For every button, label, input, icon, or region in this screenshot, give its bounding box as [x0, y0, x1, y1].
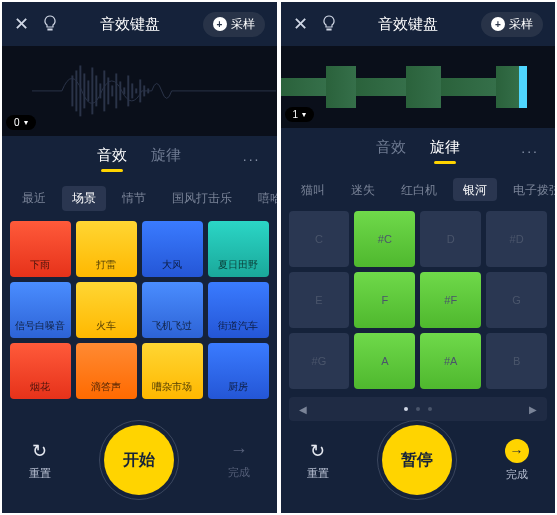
chevron-down-icon: ▾ — [302, 110, 306, 119]
reset-icon: ↻ — [32, 440, 47, 462]
pad[interactable]: 信号白噪音 — [10, 282, 71, 338]
waveform-counter[interactable]: 0 ▾ — [6, 115, 36, 130]
svg-rect-6 — [92, 68, 93, 114]
lightbulb-icon[interactable] — [322, 15, 336, 34]
tab-melody[interactable]: 旋律 — [430, 138, 460, 164]
phone-right: ✕ 音效键盘 + 采样 1 ▾ 音效 — [281, 2, 556, 513]
more-icon[interactable]: ··· — [521, 143, 539, 159]
reset-button[interactable]: ↻ 重置 — [29, 440, 51, 481]
pad-grid: 下雨打雷大风夏日田野信号白噪音火车飞机飞过街道汽车烟花滴答声嘈杂市场厨房 — [2, 221, 277, 399]
controls-bar: ↻ 重置 开始 → 完成 — [2, 421, 277, 513]
pad[interactable]: 厨房 — [208, 343, 269, 399]
done-button[interactable]: → 完成 — [228, 440, 250, 480]
pad[interactable]: B — [486, 333, 547, 389]
pad[interactable]: G — [486, 272, 547, 328]
category-item[interactable]: 情节 — [112, 186, 156, 211]
tab-sound-effect[interactable]: 音效 — [376, 138, 406, 164]
sample-button[interactable]: + 采样 — [481, 12, 543, 37]
pad[interactable]: 街道汽车 — [208, 282, 269, 338]
waveform-area[interactable]: 1 ▾ — [281, 46, 556, 128]
category-bar: 猫叫迷失红白机银河电子拨弦合成弦乐 — [281, 172, 556, 211]
pad[interactable]: 夏日田野 — [208, 221, 269, 277]
tab-bar: 音效 旋律 ··· — [2, 136, 277, 180]
pad[interactable]: 打雷 — [76, 221, 137, 277]
tab-sound-effect[interactable]: 音效 — [97, 146, 127, 172]
pause-button[interactable]: 暂停 — [382, 425, 452, 495]
svg-rect-9 — [104, 71, 105, 111]
pad[interactable]: #A — [420, 333, 481, 389]
svg-rect-1 — [72, 76, 73, 106]
tab-bar: 音效 旋律 ··· — [281, 128, 556, 172]
phone-left: ✕ 音效键盘 + 采样 — [2, 2, 277, 513]
svg-rect-18 — [140, 80, 141, 102]
waveform-counter[interactable]: 1 ▾ — [285, 107, 315, 122]
svg-rect-13 — [120, 82, 121, 100]
category-item[interactable]: 猫叫 — [291, 178, 335, 201]
close-icon[interactable]: ✕ — [14, 13, 29, 35]
svg-rect-20 — [148, 89, 149, 93]
header: ✕ 音效键盘 + 采样 — [2, 2, 277, 46]
lightbulb-icon[interactable] — [43, 15, 57, 34]
pad[interactable]: A — [354, 333, 415, 389]
svg-rect-16 — [132, 84, 133, 98]
waveform-area[interactable]: 0 ▾ — [2, 46, 277, 136]
category-item[interactable]: 迷失 — [341, 178, 385, 201]
pad[interactable]: 火车 — [76, 282, 137, 338]
pad[interactable]: D — [420, 211, 481, 267]
pad[interactable]: #G — [289, 333, 350, 389]
row-nav: ◀ ▶ — [289, 397, 548, 421]
sample-button[interactable]: + 采样 — [203, 12, 265, 37]
pad[interactable]: C — [289, 211, 350, 267]
svg-rect-12 — [116, 74, 117, 108]
close-icon[interactable]: ✕ — [293, 13, 308, 35]
category-item[interactable]: 红白机 — [391, 178, 447, 201]
pad[interactable]: 滴答声 — [76, 343, 137, 399]
svg-rect-2 — [76, 71, 77, 111]
svg-rect-7 — [96, 76, 97, 106]
category-item[interactable]: 电子拨弦 — [503, 178, 556, 201]
pad[interactable]: 烟花 — [10, 343, 71, 399]
svg-rect-15 — [128, 76, 129, 106]
header: ✕ 音效键盘 + 采样 — [281, 2, 556, 46]
tab-melody[interactable]: 旋律 — [151, 146, 181, 172]
row-prev-icon[interactable]: ◀ — [299, 404, 307, 415]
pad[interactable]: #C — [354, 211, 415, 267]
done-button[interactable]: → 完成 — [505, 439, 529, 482]
svg-rect-19 — [144, 86, 145, 96]
pad[interactable]: #F — [420, 272, 481, 328]
pad[interactable]: 下雨 — [10, 221, 71, 277]
category-item[interactable]: 银河 — [453, 178, 497, 201]
sample-button-label: 采样 — [509, 16, 533, 33]
svg-rect-14 — [124, 88, 125, 94]
controls-bar: ↻ 重置 暂停 → 完成 — [281, 423, 556, 513]
start-button[interactable]: 开始 — [104, 425, 174, 495]
plus-icon: + — [213, 17, 227, 31]
sample-button-label: 采样 — [231, 16, 255, 33]
pad-grid: C#CD#DEF#FG#GA#AB — [281, 211, 556, 389]
row-next-icon[interactable]: ▶ — [529, 404, 537, 415]
category-bar: 最近场景情节国风打击乐嘻哈 808R — [2, 180, 277, 221]
arrow-right-icon: → — [230, 440, 248, 461]
reset-button[interactable]: ↻ 重置 — [307, 440, 329, 481]
pad[interactable]: 飞机飞过 — [142, 282, 203, 338]
page-title: 音效键盘 — [378, 15, 438, 34]
playhead[interactable] — [519, 66, 527, 108]
plus-icon: + — [491, 17, 505, 31]
pad[interactable]: E — [289, 272, 350, 328]
pad[interactable]: 大风 — [142, 221, 203, 277]
more-icon[interactable]: ··· — [243, 151, 261, 167]
pad[interactable]: 嘈杂市场 — [142, 343, 203, 399]
svg-rect-5 — [88, 81, 89, 101]
svg-rect-17 — [136, 89, 137, 93]
category-item[interactable]: 场景 — [62, 186, 106, 211]
category-item[interactable]: 国风打击乐 — [162, 186, 242, 211]
arrow-right-icon: → — [505, 439, 529, 463]
svg-rect-4 — [84, 74, 85, 108]
category-item[interactable]: 嘻哈 808 — [248, 186, 277, 211]
svg-rect-10 — [108, 78, 109, 104]
category-item[interactable]: 最近 — [12, 186, 56, 211]
pad[interactable]: #D — [486, 211, 547, 267]
row-dots — [404, 407, 432, 411]
pad[interactable]: F — [354, 272, 415, 328]
reset-icon: ↻ — [310, 440, 325, 462]
